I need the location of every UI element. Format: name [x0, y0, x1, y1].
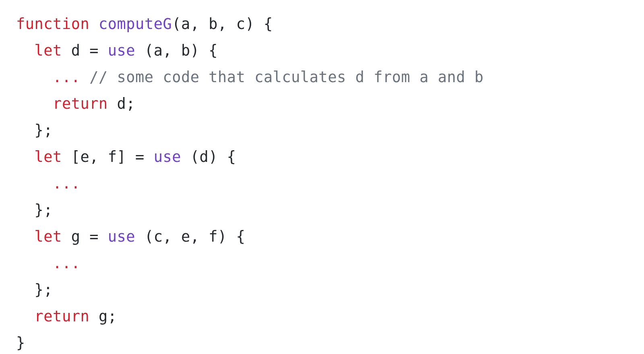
token-kw: let [35, 42, 62, 59]
token-cm: // some code that calculates d from a an… [89, 68, 483, 86]
token-fn: computeG [99, 15, 172, 33]
token-kw: let [35, 148, 62, 166]
token-fn: use [108, 42, 135, 59]
token-op: ... [53, 255, 80, 272]
token-op: ... [53, 68, 80, 86]
token-op: ... [53, 175, 80, 192]
token-fn: use [108, 228, 135, 245]
token-kw: let [35, 228, 62, 245]
token-kw: return [53, 95, 108, 112]
code-content: function computeG(a, b, c) { let d = use… [16, 15, 484, 352]
token-fn: use [154, 148, 181, 166]
token-kw: function [16, 15, 89, 33]
code-block: function computeG(a, b, c) { let d = use… [0, 0, 644, 354]
token-kw: return [35, 308, 90, 325]
